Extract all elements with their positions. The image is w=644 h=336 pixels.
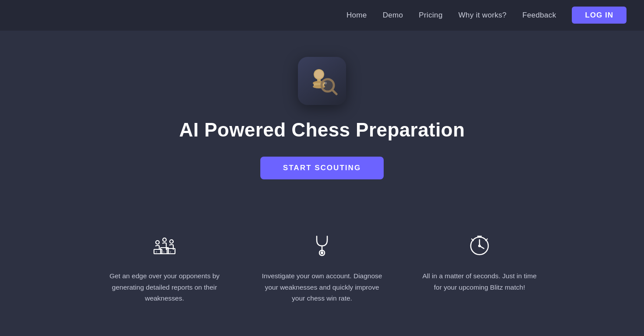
feature-text-opponents: Get an edge over your opponents by gener… [103, 270, 226, 304]
hero-section: AI Powered Chess Preparation START SCOUT… [0, 31, 644, 197]
hero-title: AI Powered Chess Preparation [179, 119, 465, 141]
nav-links: Home Demo Pricing Why it works? Feedback… [346, 11, 626, 20]
feature-card-opponents: 3 1 2 Get an edge over your opponents by… [103, 232, 226, 304]
svg-point-27 [479, 245, 480, 247]
login-button[interactable]: LOG IN [572, 7, 626, 24]
nav-item-feedback[interactable]: Feedback [522, 11, 556, 20]
nav-link-demo[interactable]: Demo [383, 11, 403, 19]
feature-text-diagnose: Investigate your own account. Diagnose y… [261, 270, 383, 304]
nav-item-login[interactable]: LOG IN [572, 11, 626, 20]
nav-link-why[interactable]: Why it works? [458, 11, 507, 19]
feature-text-speed: All in a matter of seconds. Just in time… [418, 270, 541, 293]
svg-point-23 [321, 252, 323, 254]
podium-icon: 3 1 2 [151, 232, 178, 258]
start-scouting-button[interactable]: START SCOUTING [260, 157, 384, 179]
navbar: Home Demo Pricing Why it works? Feedback… [0, 0, 644, 31]
nav-link-pricing[interactable]: Pricing [419, 11, 442, 19]
svg-text:1: 1 [163, 251, 164, 253]
svg-point-7 [323, 80, 332, 90]
features-section: 3 1 2 Get an edge over your opponents by… [0, 197, 644, 330]
svg-point-10 [156, 241, 159, 244]
nav-item-demo[interactable]: Demo [383, 11, 403, 20]
nav-link-feedback[interactable]: Feedback [522, 11, 556, 19]
svg-point-1 [315, 70, 323, 79]
svg-line-8 [332, 90, 336, 94]
stethoscope-icon [309, 232, 335, 258]
nav-item-pricing[interactable]: Pricing [419, 11, 442, 20]
clock-icon [466, 232, 493, 258]
nav-link-home[interactable]: Home [346, 11, 367, 19]
svg-text:3: 3 [156, 251, 157, 253]
svg-point-11 [163, 238, 166, 242]
svg-point-9 [324, 82, 327, 84]
nav-item-why[interactable]: Why it works? [458, 11, 507, 20]
feature-card-diagnose: Investigate your own account. Diagnose y… [261, 232, 383, 304]
feature-card-speed: All in a matter of seconds. Just in time… [418, 232, 541, 304]
svg-text:2: 2 [170, 251, 171, 253]
svg-point-12 [170, 240, 173, 243]
nav-item-home[interactable]: Home [346, 11, 367, 20]
logo-icon [302, 61, 342, 101]
app-logo [298, 57, 346, 105]
